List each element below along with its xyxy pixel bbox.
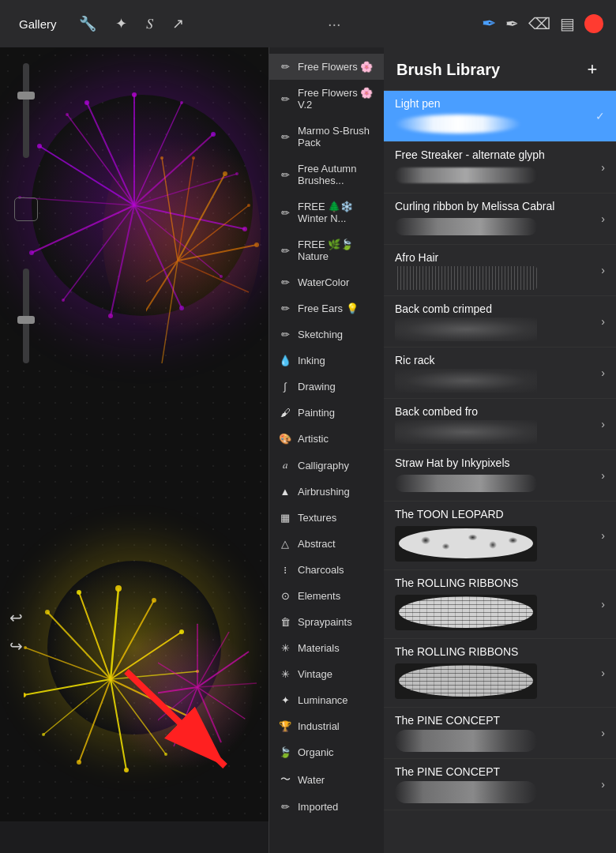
brush-item-rolling-ribbons-2[interactable]: The ROLLING RIBBONS › [384, 639, 616, 708]
category-label-materials: Materials [298, 642, 340, 654]
brush-item-straw-hat[interactable]: Straw Hat by Inkypixels › [384, 450, 616, 502]
square-tool-button[interactable] [14, 197, 38, 221]
category-label-water: Water [298, 774, 325, 786]
category-item-watercolor[interactable]: ✏ WaterColor [269, 269, 384, 295]
category-item-industrial[interactable]: 🏆 Industrial [269, 713, 384, 739]
category-icon-luminance: ✦ [279, 694, 291, 706]
brush-name-pine-concept-1: The PINE CONCEPT [395, 714, 595, 727]
size-slider-track[interactable] [23, 269, 29, 363]
brush-item-toon-leopard[interactable]: The TOON LEOPARD › [384, 502, 616, 570]
svg-point-16 [180, 101, 183, 104]
brush-item-pine-concept-1[interactable]: The PINE CONCEPT › [384, 708, 616, 759]
category-item-elements[interactable]: ⊙ Elements [269, 583, 384, 609]
select-icon[interactable]: ↗ [169, 12, 187, 36]
brush-list: Light pen ✓ Free Streaker - alternate gl… [384, 91, 616, 853]
category-item-imported[interactable]: ✏ Imported [269, 794, 384, 820]
category-label-inking: Inking [298, 355, 325, 366]
category-label-free-ears: Free Ears 💡 [298, 302, 359, 314]
brush-item-curling-ribbon[interactable]: Curling ribbon by Melissa Cabral › [384, 194, 616, 245]
brush-preview-free-streaker [395, 164, 595, 186]
category-item-inking[interactable]: 💧 Inking [269, 348, 384, 374]
layers-button[interactable]: ▤ [560, 14, 575, 33]
eraser-tool[interactable]: ⌫ [528, 14, 550, 33]
category-label-free-winter: FREE 🌲❄️ Winter N... [298, 201, 374, 224]
brush-info-straw-hat: Straw Hat by Inkypixels [395, 457, 595, 494]
category-item-free-flowers[interactable]: ✏ Free Flowers 🌸 [269, 54, 384, 80]
category-label-watercolor: WaterColor [298, 276, 349, 288]
svg-point-63 [160, 156, 163, 160]
add-brush-button[interactable]: + [581, 58, 603, 81]
brush-name-rolling-ribbons-2: The ROLLING RIBBONS [395, 645, 595, 658]
category-icon-airbrushing: ▲ [279, 486, 291, 498]
category-item-textures[interactable]: ▦ Textures [269, 505, 384, 531]
undo-button[interactable]: ↩ [9, 608, 23, 627]
category-item-sketching[interactable]: ✏ Sketching [269, 321, 384, 348]
brush-tool-active[interactable]: ✒ [482, 13, 496, 34]
category-label-free-autumn: Free Autumn Brushes... [298, 163, 374, 186]
category-item-free-flowers-v2[interactable]: ✏ Free Flowers 🌸 V.2 [269, 80, 384, 118]
transform-icon[interactable]: 𝑆 [143, 13, 156, 36]
brush-name-straw-hat: Straw Hat by Inkypixels [395, 457, 595, 469]
category-item-free-nature[interactable]: ✏ FREE 🌿🍃 Nature [269, 231, 384, 269]
category-item-free-winter[interactable]: ✏ FREE 🌲❄️ Winter N... [269, 194, 384, 231]
gallery-button[interactable]: Gallery [13, 14, 63, 34]
brush-preview-light-pen [395, 113, 589, 135]
category-item-painting[interactable]: 🖌 Painting [269, 400, 384, 426]
brush-info-back-comb-crimped: Back comb crimped [395, 302, 595, 340]
opacity-slider-thumb[interactable] [17, 92, 35, 100]
side-controls: ↩ ↪ [0, 47, 51, 774]
category-item-free-ears[interactable]: ✏ Free Ears 💡 [269, 295, 384, 321]
brush-item-rolling-ribbons-1[interactable]: The ROLLING RIBBONS › [384, 570, 616, 639]
svg-point-67 [254, 242, 259, 247]
brush-item-free-streaker[interactable]: Free Streaker - alternate glyph › [384, 142, 616, 194]
toolbar-center: ··· [187, 15, 482, 33]
redo-button[interactable]: ↪ [9, 637, 23, 656]
category-label-elements: Elements [298, 590, 340, 602]
svg-line-35 [111, 679, 126, 770]
category-item-spraypaints[interactable]: 🗑 Spraypaints [269, 609, 384, 635]
category-icon-industrial: 🏆 [279, 720, 291, 732]
brush-item-ric-rack[interactable]: Ric rack › [384, 348, 616, 399]
category-item-abstract[interactable]: △ Abstract [269, 531, 384, 557]
more-options-button[interactable]: ··· [328, 15, 341, 33]
category-item-artistic[interactable]: 🎨 Artistic [269, 426, 384, 452]
brush-item-light-pen[interactable]: Light pen ✓ [384, 91, 616, 142]
svg-line-69 [197, 632, 229, 687]
svg-line-57 [178, 205, 249, 261]
category-item-calligraphy[interactable]: 𝑎 Calligraphy [269, 452, 384, 479]
brush-item-afro-hair[interactable]: Afro Hair › [384, 245, 616, 296]
brush-item-pine-concept-2[interactable]: The PINE CONCEPT › [384, 759, 616, 810]
category-icon-painting: 🖌 [279, 407, 291, 419]
category-item-charcoals[interactable]: ⫶ Charcoals [269, 557, 384, 583]
brush-thumbnail-rolling-1 [395, 595, 537, 630]
svg-point-49 [77, 760, 81, 765]
brush-preview-curling-ribbon [395, 216, 595, 238]
category-list: ✏ Free Flowers 🌸 ✏ Free Flowers 🌸 V.2 ✏ … [269, 47, 384, 853]
brush-thumbnail-leopard [395, 526, 537, 562]
smudge-tool[interactable]: ✒ [505, 14, 519, 33]
magic-wand-icon[interactable]: ✦ [112, 12, 130, 36]
category-icon-charcoals: ⫶ [279, 564, 291, 576]
category-item-water[interactable]: 〜 Water [269, 765, 384, 794]
category-item-airbrushing[interactable]: ▲ Airbrushing [269, 479, 384, 505]
category-label-drawing: Drawing [298, 381, 336, 393]
brush-item-back-combed-fro[interactable]: Back combed fro › [384, 399, 616, 450]
category-item-free-autumn[interactable]: ✏ Free Autumn Brushes... [269, 156, 384, 194]
svg-line-61 [146, 261, 178, 348]
category-item-organic[interactable]: 🍃 Organic [269, 739, 384, 765]
wrench-icon[interactable]: 🔧 [76, 12, 100, 36]
category-item-luminance[interactable]: ✦ Luminance [269, 687, 384, 713]
brush-info-toon-leopard: The TOON LEOPARD [395, 508, 595, 563]
size-slider-thumb[interactable] [17, 316, 35, 324]
opacity-slider-container [23, 63, 29, 158]
opacity-slider-track[interactable] [23, 63, 29, 158]
color-picker[interactable] [584, 14, 603, 33]
brush-name-rolling-ribbons-1: The ROLLING RIBBONS [395, 577, 595, 589]
category-item-drawing[interactable]: ∫ Drawing [269, 374, 384, 400]
brush-item-back-comb-crimped[interactable]: Back comb crimped › [384, 296, 616, 348]
category-item-vintage[interactable]: ✳ Vintage [269, 661, 384, 687]
category-label-painting: Painting [298, 407, 335, 419]
category-item-materials[interactable]: ✳ Materials [269, 635, 384, 661]
category-item-marmo[interactable]: ✏ Marmo S-Brush Pack [269, 118, 384, 156]
category-icon-elements: ⊙ [279, 590, 291, 602]
